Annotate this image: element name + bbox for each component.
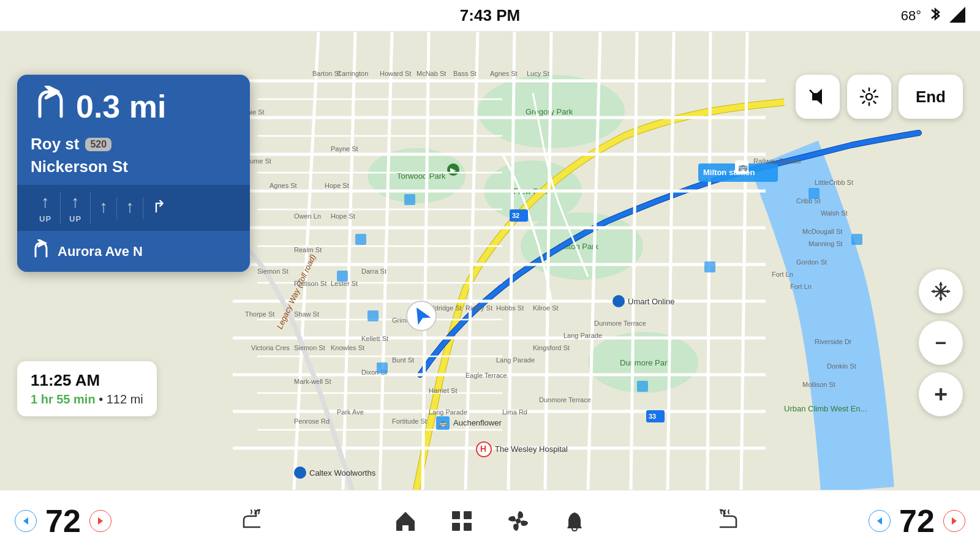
pan-button[interactable] [919,269,963,313]
left-seat-section [239,505,266,537]
svg-text:Carrington: Carrington [337,70,368,77]
eta-duration: 1 hr 55 min [31,392,96,406]
svg-point-138 [866,94,872,100]
svg-rect-148 [464,523,472,531]
svg-text:Payne St: Payne St [331,145,358,152]
svg-text:Thorpe St: Thorpe St [245,310,274,318]
svg-text:Barton St: Barton St [312,70,341,77]
right-seat-heat-icon [714,505,741,537]
svg-text:Lang Parade: Lang Parade [429,408,467,416]
svg-line-137 [810,90,813,94]
eta-details: 1 hr 55 min • 112 mi [31,392,143,407]
fan-button[interactable] [506,509,530,533]
svg-text:Lima Rd: Lima Rd [502,408,527,416]
lane-4: ↑ [117,197,143,219]
eta-distance: 112 mi [107,392,143,406]
svg-text:Realm St: Realm St [294,246,322,253]
eta-arrival-time: 11:25 AM [31,371,143,390]
mute-button[interactable] [796,75,840,119]
svg-text:The Wesley Hospital: The Wesley Hospital [495,444,568,454]
svg-marker-142 [947,290,951,293]
bell-button[interactable] [562,509,587,533]
svg-text:Siemon St: Siemon St [294,344,325,351]
svg-text:Penrose Rd: Penrose Rd [294,418,330,425]
map-container[interactable]: Gregory Park Frew Park Torwood Park ▶ Mi… [0,32,980,490]
svg-text:Pattison St: Pattison St [294,280,326,287]
svg-text:Eagle Terrace: Eagle Terrace [466,372,507,379]
svg-text:Lang Parade: Lang Parade [564,332,602,339]
settings-button[interactable] [847,75,891,119]
svg-text:Fort Ln: Fort Ln [790,283,812,290]
lane-arrow-4: ↑ [126,197,134,217]
svg-marker-144 [98,517,103,525]
nav-lanes-row: ↑ UP ↑ UP ↑ ↑ ↱ [17,185,250,231]
status-right: 68° [901,6,965,26]
lane-label-1: UP [39,214,51,223]
left-temp-decrease-button[interactable] [15,510,37,532]
left-temp-increase-button[interactable] [89,510,111,532]
nav-card: 0.3 mi Roy st 520 Nickerson St ↑ UP ↑ UP… [17,75,250,272]
grid-button[interactable] [450,509,474,533]
right-temp-section: 72 [869,503,965,539]
svg-text:Caltex Woolworths: Caltex Woolworths [309,468,376,478]
zoom-out-button[interactable]: − [919,321,963,365]
lane-label-2: UP [69,214,81,223]
svg-rect-111 [404,194,415,205]
signal-icon [949,7,965,25]
svg-marker-139 [939,282,943,285]
bottom-center-icons [393,509,587,533]
end-button[interactable]: End [899,75,963,119]
left-temperature: 72 [42,503,85,539]
svg-text:Railway Terrace: Railway Terrace [753,157,801,165]
home-button[interactable] [393,509,418,533]
svg-text:Cribb St: Cribb St [796,197,821,204]
svg-text:Park Ave: Park Ave [337,408,364,416]
svg-text:Hope St: Hope St [331,212,355,220]
nav-distance-row: 0.3 mi [17,75,250,135]
status-bar: 7:43 PM 68° [0,0,980,32]
svg-rect-119 [851,234,862,245]
svg-text:Lucy St: Lucy St [527,70,549,77]
svg-text:Harriet St: Harriet St [429,387,457,394]
lane-arrow-3: ↑ [99,197,108,217]
svg-text:Siemon St: Siemon St [257,268,288,275]
lane-arrow-5: ↱ [152,197,166,217]
right-temperature: 72 [895,503,938,539]
bluetooth-icon [929,6,942,26]
nav-street-2: Nickerson St [31,157,236,176]
map-controls-right: − + [919,269,963,416]
svg-marker-141 [931,290,935,293]
svg-text:Ridley St: Ridley St [466,304,492,312]
svg-text:Lang Parade: Lang Parade [496,356,535,364]
svg-marker-143 [23,517,28,525]
svg-text:H: H [480,444,486,454]
lane-5: ↱ [143,197,175,219]
svg-text:Mark-well St: Mark-well St [294,378,331,385]
svg-text:Kellett St: Kellett St [361,335,388,342]
right-temp-decrease-button[interactable] [869,510,891,532]
svg-marker-140 [939,298,943,301]
svg-text:Hope St: Hope St [325,182,349,189]
lane-arrow-1: ↑ [41,192,50,212]
nav-street-row: Roy st 520 Nickerson St [17,135,250,185]
svg-text:Fort Ln: Fort Ln [772,271,793,278]
svg-text:Donkin St: Donkin St [827,362,856,370]
svg-text:🚌: 🚌 [439,418,448,427]
svg-rect-147 [452,523,460,531]
nav-turn-arrow [31,86,67,127]
svg-rect-113 [337,271,348,282]
svg-text:🚌: 🚌 [738,162,748,172]
nav-continue-street: Aurora Ave N [58,244,143,260]
svg-text:Urban Climb West En...: Urban Climb West En... [784,404,867,413]
right-temp-increase-button[interactable] [943,510,965,532]
svg-text:Auchenflower: Auchenflower [453,418,502,427]
svg-text:Agnes St: Agnes St [490,70,518,77]
svg-text:Walsh St: Walsh St [821,209,848,217]
svg-text:Darra St: Darra St [361,268,386,275]
svg-text:32: 32 [512,212,519,219]
svg-text:McDougall St: McDougall St [802,228,842,235]
svg-text:Mollison St: Mollison St [802,381,835,388]
svg-text:33: 33 [649,413,656,420]
zoom-in-button[interactable]: + [919,372,963,416]
svg-text:Kilroe St: Kilroe St [533,304,559,312]
